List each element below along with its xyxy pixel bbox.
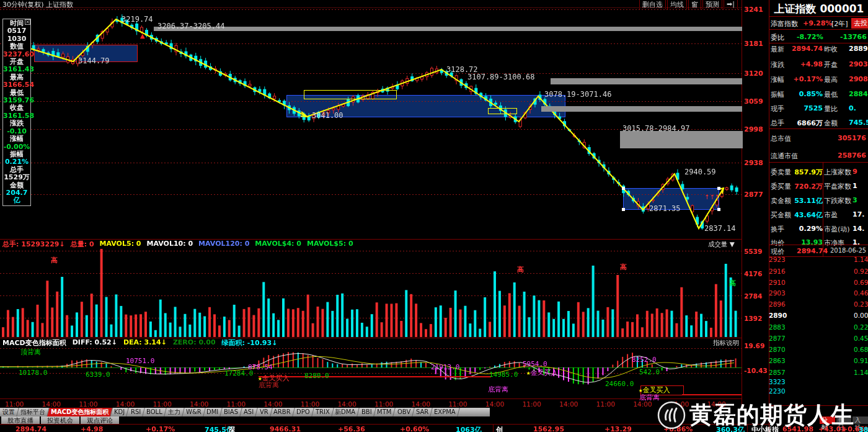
drawn-support-line[interactable] bbox=[682, 394, 742, 395]
status-index-value: 9466.31 bbox=[270, 425, 301, 432]
indicator-tab-设置[interactable]: 设置 bbox=[0, 408, 19, 416]
news-tab[interactable]: 股市直播 bbox=[1, 416, 40, 424]
volume-header: 总手: 15293229↓总量: 0MAVOL5: 0MAVOL10: 0MAV… bbox=[2, 240, 703, 246]
indicator-tab-ASI[interactable]: ASI bbox=[241, 408, 259, 416]
indicator-help-link[interactable]: 指标说明 bbox=[713, 339, 739, 348]
mini-price-label: 2890 bbox=[769, 312, 785, 319]
indicator-tab-EXPMA[interactable]: EXPMA bbox=[431, 408, 460, 416]
price-annotation: 2871.35 bbox=[649, 204, 681, 213]
price-annotation: 2940.59 bbox=[684, 168, 716, 176]
selection-handle[interactable] bbox=[622, 187, 625, 190]
indicator-tab-指标平台[interactable]: 指标平台 bbox=[17, 408, 49, 416]
inspector-value: 涨跌 bbox=[3, 120, 30, 127]
indicator-tab-RSI[interactable]: RSI bbox=[127, 408, 145, 416]
mini-pct-label: 0.23 bbox=[854, 300, 867, 308]
indicator-tab-TRIX[interactable]: TRIX bbox=[312, 408, 334, 416]
status-index-value: +0.60% bbox=[400, 425, 429, 432]
volume-high-annotation: 高 bbox=[620, 263, 627, 272]
fund-action-button[interactable]: 去投资 bbox=[851, 18, 868, 29]
macd-signal-annotation: 24660.0 bbox=[605, 380, 634, 388]
quote-label: 下跌家数 bbox=[824, 196, 851, 205]
status-index-value: 1063亿 bbox=[456, 425, 482, 432]
selection-handle[interactable] bbox=[622, 208, 625, 211]
price-annotation: 3041.00 bbox=[312, 111, 343, 120]
mini-button-每日[interactable]: 每日 bbox=[836, 416, 852, 424]
inspector-value: 1529万 bbox=[3, 174, 30, 181]
quote-value: 2894.74 bbox=[786, 45, 823, 53]
quote-value: 17. bbox=[852, 210, 865, 218]
volume-chart-canvas[interactable] bbox=[0, 246, 742, 338]
status-index-value: 6541.98 bbox=[782, 425, 813, 432]
status-index-label: 深 bbox=[228, 425, 235, 432]
price-axis-label: 2998 bbox=[744, 125, 768, 133]
price-axis-label: 3120 bbox=[744, 70, 768, 78]
toolbar-button[interactable]: 均线 bbox=[667, 0, 687, 9]
quote-label: 现手 bbox=[771, 104, 784, 114]
chevron-down-icon[interactable]: ▼ bbox=[728, 240, 735, 248]
mini-price-label: 2863 bbox=[769, 357, 785, 364]
close-icon[interactable]: × bbox=[25, 19, 30, 25]
macd-signal-annotation: 8252.0 bbox=[632, 356, 657, 364]
selection-handle[interactable] bbox=[717, 208, 720, 211]
volume-pane-dropdown[interactable]: 成交量 ▼ bbox=[708, 240, 740, 249]
inspector-value: 204.7亿 bbox=[3, 189, 30, 205]
mini-pct-label: 1.14 bbox=[854, 256, 867, 263]
macd-signal-annotation: 10751.0 bbox=[126, 357, 154, 365]
yellow-range-box[interactable] bbox=[488, 108, 517, 114]
indicator-tab-W&R[interactable]: W&R bbox=[182, 408, 205, 416]
toolbar-button[interactable]: ➡| bbox=[724, 0, 738, 9]
indicator-tab-OBV[interactable]: OBV bbox=[394, 408, 415, 416]
toolbar-button[interactable]: 窗 bbox=[688, 0, 701, 9]
yellow-range-box[interactable] bbox=[304, 90, 397, 99]
volume-axis-label: 2784 bbox=[744, 292, 762, 300]
macd-signal-annotation: 6339.0 bbox=[86, 371, 110, 379]
mini-button-分时[interactable]: 分时 bbox=[820, 416, 835, 424]
chart-toolbar: 删自选均线窗预测➡| bbox=[639, 0, 738, 9]
indicator-tab-DPO[interactable]: DPO bbox=[293, 408, 314, 416]
news-tab[interactable]: 观点评论 bbox=[81, 416, 119, 424]
drawn-support-line[interactable] bbox=[259, 376, 491, 377]
volume-axis-label: 4176 bbox=[744, 270, 762, 277]
macd-signal-annotation: 底背离 bbox=[488, 385, 508, 394]
indicator-tab-主力[interactable]: 主力 bbox=[164, 408, 184, 416]
indicator-tab-MTM[interactable]: MTM bbox=[374, 408, 396, 416]
toolbar-button[interactable]: 预测 bbox=[702, 0, 722, 9]
indicator-tab-KDJ[interactable]: KDJ bbox=[111, 408, 130, 416]
chart-marker: ▲ bbox=[140, 32, 145, 39]
inspector-value: 0517 bbox=[3, 27, 30, 35]
indicator-tab-MACD变色指标面积[interactable]: MACD变色指标面积 bbox=[47, 408, 113, 416]
macd-signal-annotation: 14985.0 bbox=[489, 371, 518, 379]
price-axis-label: 3241 bbox=[744, 6, 768, 14]
selection-handle[interactable] bbox=[717, 187, 720, 190]
indicator-tab-BIAS[interactable]: BIAS bbox=[221, 408, 242, 416]
volume-indicator-value: MAVOL120: 0 bbox=[198, 240, 249, 246]
price-axis-label: 2938 bbox=[744, 159, 768, 167]
price-annotation: 3144.79 bbox=[78, 56, 110, 65]
toolbar-button[interactable]: 删自选 bbox=[639, 0, 666, 9]
quote-label: 平盘家数 bbox=[824, 182, 851, 191]
news-tab[interactable]: 投资机会 bbox=[41, 416, 79, 424]
divider bbox=[769, 128, 868, 129]
mini-button-入场[interactable]: 入场 bbox=[852, 416, 868, 424]
macd-signal-annotation: 顶背离 bbox=[20, 348, 41, 357]
macd-indicator-value: DEA: 3.14↓ bbox=[123, 338, 167, 345]
price-annotation: 3078.19-3071.46 bbox=[544, 90, 611, 99]
indicator-tab-BOLL[interactable]: BOLL bbox=[143, 408, 166, 416]
indicator-tab-ARBR[interactable]: ARBR bbox=[270, 408, 295, 416]
mini-pct-label: 0.69 bbox=[854, 279, 867, 286]
macd-chart-canvas[interactable] bbox=[0, 346, 742, 400]
macd-axis-label: 19.69 bbox=[744, 342, 764, 349]
quote-value: 6866万 bbox=[786, 119, 823, 128]
macd-signal-annotation: 底背离 bbox=[259, 380, 279, 390]
quote-value: 7525 bbox=[786, 104, 823, 112]
weibi-label: 委比 bbox=[771, 33, 784, 42]
indicator-tab-新DMA[interactable]: 新DMA bbox=[332, 408, 360, 416]
indicator-tab-DMI[interactable]: DMI bbox=[203, 408, 223, 416]
indicator-tab-SAR[interactable]: SAR bbox=[412, 408, 433, 416]
quote-label: 流通市值 bbox=[771, 151, 798, 161]
trading-terminal: 30分钟(复权) 上证指数 删自选均线窗预测➡| 上证指数 000001添富指数… bbox=[0, 0, 868, 432]
volume-indicator-value: MAVOL5: 0 bbox=[100, 240, 141, 246]
status-index-value: +13.29 bbox=[604, 425, 632, 432]
volume-high-annotation: 高 bbox=[729, 279, 736, 288]
divider bbox=[0, 424, 868, 425]
